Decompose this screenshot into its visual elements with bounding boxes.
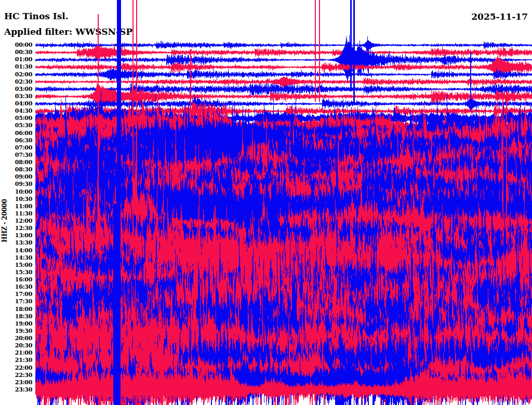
- seismogram-canvas: [0, 0, 532, 405]
- helicorder-page: HC Tinos Isl. Applied filter: WWSSN-SP 2…: [0, 0, 532, 405]
